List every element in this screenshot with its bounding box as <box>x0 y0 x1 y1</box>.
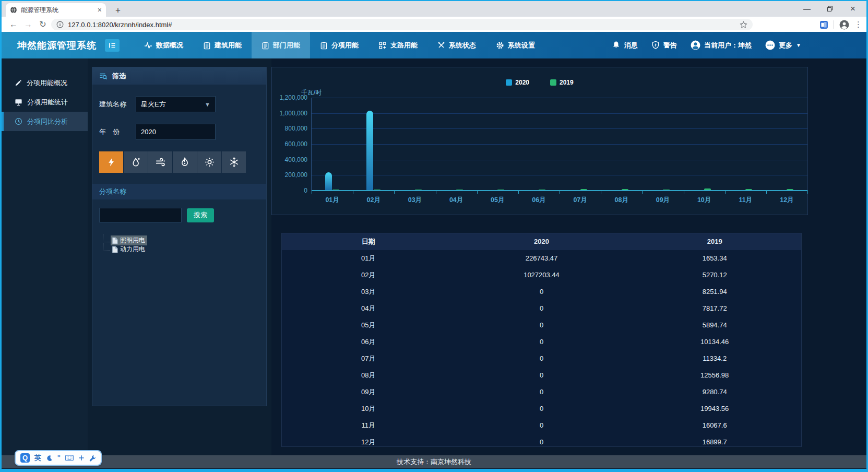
table-row: 10月019943.56 <box>282 400 801 417</box>
alerts-button[interactable]: 警告 <box>651 41 677 50</box>
energy-button-bolt[interactable] <box>99 151 123 173</box>
data-table: 日期2020201901月226743.471653.3402月1027203.… <box>281 233 802 447</box>
nav-item-数据概况[interactable]: 数据概况 <box>134 32 193 58</box>
bell-icon <box>612 41 621 50</box>
sidebar-item-分项同比分析[interactable]: 分项同比分析 <box>2 112 88 131</box>
toolbar-separator <box>834 20 834 29</box>
energy-type-buttons <box>99 151 266 173</box>
filter-panel: 筛选 建筑名称 星火E方 ▼ 年 份 分项名称 搜索 照明用电动力用电 <box>92 67 267 406</box>
new-tab-button[interactable]: + <box>112 5 124 16</box>
year-label: 年 份 <box>99 127 129 137</box>
table-cell: 16067.6 <box>628 417 801 434</box>
profile-avatar-icon[interactable] <box>839 20 849 30</box>
chevron-down-icon: ▼ <box>796 42 801 48</box>
x-axis-tick <box>477 191 478 194</box>
forward-button[interactable]: → <box>22 19 34 30</box>
more-label: 更多 <box>779 41 792 50</box>
x-axis-tick <box>436 191 436 194</box>
wrench-icon[interactable] <box>89 455 96 462</box>
table-cell: 16899.7 <box>628 434 801 447</box>
nav-item-系统状态[interactable]: 系统状态 <box>427 32 486 58</box>
x-axis-tick <box>725 191 726 194</box>
table-cell: 226743.47 <box>455 250 628 267</box>
nav-item-建筑用能[interactable]: 建筑用能 <box>193 32 252 58</box>
tree-node[interactable]: 动力用电 <box>103 245 266 254</box>
keyboard-icon[interactable] <box>65 455 74 461</box>
table-cell: 05月 <box>282 317 455 334</box>
browser-tab[interactable]: 能源管理系统 × <box>6 3 106 17</box>
search-input[interactable] <box>99 208 182 222</box>
reload-button[interactable]: ↻ <box>37 19 49 30</box>
legend-item-2020[interactable]: 2020 <box>506 79 529 86</box>
board-icon <box>15 98 22 106</box>
filter-column: 筛选 建筑名称 星火E方 ▼ 年 份 分项名称 搜索 照明用电动力用电 <box>88 58 271 455</box>
filter-title: 筛选 <box>112 72 126 81</box>
nav-item-支路用能[interactable]: 支路用能 <box>368 32 427 58</box>
bar-2019 <box>497 190 504 191</box>
close-button[interactable]: × <box>841 1 864 17</box>
energy-button-flame[interactable] <box>173 151 197 173</box>
year-input[interactable] <box>136 124 216 140</box>
x-axis-label: 10月 <box>684 196 725 205</box>
x-axis-label: 09月 <box>642 196 683 205</box>
alerts-label: 警告 <box>663 41 677 50</box>
gridline <box>312 144 807 145</box>
menu-toggle-button[interactable] <box>105 39 120 52</box>
restore-button[interactable] <box>818 1 841 17</box>
sidebar-item-分项用能统计[interactable]: 分项用能统计 <box>2 92 88 112</box>
pulse-icon <box>144 41 152 50</box>
x-axis-label: 06月 <box>518 196 560 205</box>
table-cell: 0 <box>455 284 628 300</box>
tab-close-icon[interactable]: × <box>98 6 102 14</box>
punctuation-toggle[interactable]: '' <box>57 454 61 462</box>
table-cell: 5270.12 <box>628 267 801 284</box>
table-cell: 01月 <box>282 250 455 267</box>
branch-icon <box>378 41 387 50</box>
table-cell: 02月 <box>282 267 455 284</box>
y-axis-tick-label: 800,000 <box>270 125 307 132</box>
chrome-menu-icon[interactable]: ⋮ <box>854 20 862 29</box>
x-axis-tick <box>807 191 808 194</box>
moon-icon[interactable] <box>46 455 53 462</box>
url-text[interactable]: 127.0.0.1:8020/krznnh/index.html# <box>68 21 735 29</box>
tree-node-body[interactable]: 动力用电 <box>111 244 147 254</box>
back-button[interactable]: ← <box>8 19 19 30</box>
extension-icon[interactable] <box>819 20 828 29</box>
ime-logo-icon[interactable]: Q <box>20 453 30 463</box>
energy-button-snowflake[interactable] <box>222 151 246 173</box>
table-cell: 19943.56 <box>628 400 801 417</box>
nav-item-分项用能[interactable]: 分项用能 <box>310 32 368 58</box>
table-cell: 0 <box>455 384 628 400</box>
energy-button-droplet[interactable] <box>124 151 148 173</box>
energy-button-sun[interactable] <box>197 151 221 173</box>
more-button[interactable]: 更多 ▼ <box>765 40 801 50</box>
ime-plus-icon[interactable] <box>78 455 85 461</box>
minimize-button[interactable]: — <box>795 1 818 17</box>
table-row: 02月1027203.445270.12 <box>282 267 801 284</box>
sidebar-item-分项用能概况[interactable]: 分项用能概况 <box>2 73 88 92</box>
navbar-right: 消息 警告 当前用户：坤然 更多 ▼ <box>612 40 801 50</box>
ime-language-toggle[interactable]: 英 <box>34 453 41 463</box>
bar-2019 <box>456 190 463 191</box>
nav-item-系统设置[interactable]: 系统设置 <box>486 32 545 58</box>
x-axis-tick <box>560 191 560 194</box>
nav-item-部门用能[interactable]: 部门用能 <box>252 32 310 58</box>
sidebar: 分项用能概况分项用能统计分项同比分析 <box>2 58 88 455</box>
flame-icon <box>180 157 189 167</box>
energy-button-wind[interactable] <box>148 151 172 173</box>
x-axis-label: 04月 <box>436 196 477 205</box>
messages-button[interactable]: 消息 <box>612 41 638 50</box>
legend-item-2019[interactable]: 2019 <box>550 79 574 86</box>
bookmark-star-icon[interactable] <box>740 21 747 29</box>
building-select[interactable]: 星火E方 ▼ <box>136 96 216 112</box>
address-bar[interactable]: 127.0.0.1:8020/krznnh/index.html# <box>51 19 753 30</box>
current-user[interactable]: 当前用户：坤然 <box>691 40 752 50</box>
table-cell: 0 <box>455 317 628 334</box>
clock-icon <box>15 117 22 125</box>
info-icon[interactable] <box>56 21 64 28</box>
y-axis-tick-label: 1,000,000 <box>270 110 307 117</box>
current-user-label: 当前用户：坤然 <box>704 41 752 50</box>
tree-node[interactable]: 照明用电 <box>103 236 266 245</box>
search-button[interactable]: 搜索 <box>187 208 214 222</box>
gridline <box>312 113 807 114</box>
